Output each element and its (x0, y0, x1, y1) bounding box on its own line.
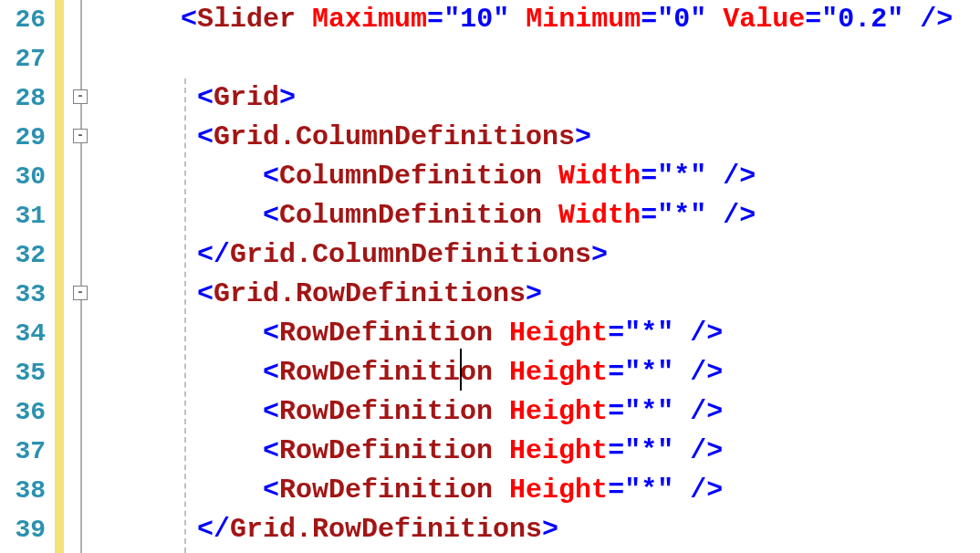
code-line[interactable]: <RowDefinition Height="*" /> (97, 314, 980, 353)
line-number: 35 (0, 353, 46, 392)
line-number: 34 (0, 314, 46, 353)
line-number: 29 (0, 118, 46, 157)
line-number: 30 (0, 157, 46, 196)
change-indicator-strip (55, 0, 64, 553)
code-line[interactable]: </Grid.ColumnDefinitions> (97, 235, 980, 275)
outline-line (80, 0, 82, 553)
line-number: 27 (0, 39, 46, 78)
line-number: 33 (0, 275, 46, 314)
line-number-gutter: 26 27 28 29 30 31 32 33 34 35 36 37 38 3… (0, 0, 55, 553)
code-line[interactable]: <Grid.RowDefinitions> (97, 275, 980, 314)
code-line[interactable] (97, 39, 980, 78)
code-line[interactable]: <ColumnDefinition Width="*" /> (97, 157, 980, 196)
line-number: 32 (0, 235, 46, 275)
fold-toggle-icon[interactable]: - (73, 286, 88, 300)
text-cursor (460, 349, 462, 391)
fold-toggle-icon[interactable]: - (73, 89, 88, 104)
line-number: 28 (0, 78, 46, 118)
code-line[interactable]: <Slider Maximum="10" Minimum="0" Value="… (97, 0, 980, 39)
code-line[interactable]: <Grid.ColumnDefinitions> (97, 118, 980, 157)
code-line[interactable]: <RowDefinition Height="*" /> (97, 432, 980, 471)
line-number: 26 (0, 0, 46, 39)
code-line[interactable]: </Grid.RowDefinitions> (97, 510, 980, 549)
code-line[interactable]: <Grid> (97, 78, 980, 118)
line-number: 37 (0, 432, 46, 471)
code-line[interactable]: <RowDefinition Height="*" /> (97, 471, 980, 510)
fold-toggle-icon[interactable]: - (73, 129, 88, 143)
code-area[interactable]: <Slider Maximum="10" Minimum="0" Value="… (97, 0, 980, 553)
line-number: 36 (0, 392, 46, 432)
line-number: 39 (0, 510, 46, 549)
code-line[interactable]: <RowDefinition Height="*" /> (97, 353, 980, 392)
code-editor[interactable]: 26 27 28 29 30 31 32 33 34 35 36 37 38 3… (0, 0, 980, 553)
code-line[interactable]: <ColumnDefinition Width="*" /> (97, 196, 980, 235)
line-number: 31 (0, 196, 46, 235)
line-number: 38 (0, 471, 46, 510)
outlining-margin: - - - (64, 0, 97, 553)
code-line[interactable]: <RowDefinition Height="*" /> (97, 392, 980, 432)
